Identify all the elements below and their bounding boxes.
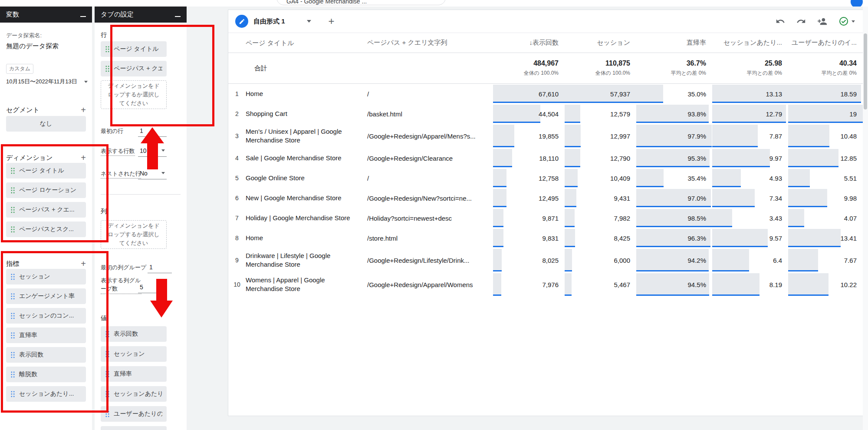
row-bounce-cell: 94.5% (636, 272, 712, 297)
value-bar (493, 249, 502, 271)
table-row[interactable]: 6 New | Google Merchandise Store /Google… (228, 188, 863, 208)
value-bar (565, 189, 576, 207)
header-sessions[interactable]: セッション (565, 39, 636, 47)
metric-chip[interactable]: セッションのコン... (6, 308, 86, 324)
value-metric-chip-partial[interactable] (101, 426, 167, 430)
row-dimension-chip[interactable]: ページパス + クエ... (101, 61, 167, 76)
minimize-icon[interactable] (175, 16, 181, 17)
add-tab-button[interactable]: + (329, 16, 335, 26)
value-bar (565, 125, 581, 147)
columns-dropzone[interactable]: ディメンションをドロップするか選択してください (101, 220, 167, 249)
metric-chip[interactable]: セッション (6, 269, 86, 284)
date-custom-badge: カスタム (6, 64, 33, 74)
date-range-selector[interactable]: 10月15日〜2022年11月13日 (6, 78, 88, 86)
header-page-path[interactable]: ページパス + クエリ文字列 (367, 39, 493, 47)
row-page-title: Holiday | Google Merchandise Store (246, 210, 367, 226)
table-row[interactable]: 5 Google Online Store / 12,758 10,409 35… (228, 168, 863, 188)
row-number: 2 (228, 110, 246, 117)
show-col-groups-select[interactable]: 5 (138, 281, 167, 293)
metric-chip[interactable]: セッションあたり... (6, 386, 86, 402)
row-per-user-cell: 12.85 (788, 148, 863, 168)
drag-handle-icon (10, 167, 15, 175)
share-users-button[interactable] (817, 17, 827, 26)
browser-strip: GA4 - Google Merchandise ... (0, 0, 868, 7)
first-row-field: 最初の行 1 (101, 125, 181, 138)
first-col-group-label: 最初の列グループ (101, 264, 146, 271)
dimension-chip[interactable]: ページパス + クエ... (6, 202, 86, 218)
add-metric-icon[interactable]: + (81, 259, 86, 268)
value-bar (712, 125, 758, 147)
value-metric-chip[interactable]: ユーザーあたりの... (101, 406, 167, 422)
drag-handle-icon (10, 332, 15, 339)
value-bar (565, 169, 578, 187)
redo-button[interactable] (796, 17, 806, 26)
row-page-path: /Google+Redesign/Apparel/Mens?s... (367, 132, 493, 140)
table-row[interactable]: 10 Womens | Apparel | Google Merchandise… (228, 272, 863, 297)
row-page-title: New | Google Merchandise Store (246, 190, 367, 206)
table-row[interactable]: 8 Home /store.html 9,831 8,425 96.3% 9.5… (228, 228, 863, 248)
table-row[interactable]: 4 Sale | Google Merchandise Store /Googl… (228, 148, 863, 168)
dimension-chip[interactable]: ページ ロケーション (6, 182, 86, 198)
row-sessions-cell: 12,997 (565, 124, 636, 148)
vertical-scrollbar[interactable] (863, 7, 868, 430)
first-col-group-input[interactable]: 1 (148, 261, 172, 273)
table-row[interactable]: 1 Home / 67,610 57,937 35.0% 13.13 18.59 (228, 84, 863, 104)
export-status-button[interactable] (838, 16, 855, 26)
first-row-input[interactable]: 1 (138, 125, 167, 137)
chevron-down-icon[interactable] (307, 20, 311, 23)
metric-chip[interactable]: エンゲージメント率 (6, 288, 86, 304)
header-page-title[interactable]: ページ タイトル (246, 39, 367, 47)
show-rows-select[interactable]: 10 (138, 145, 167, 157)
row-sessions-cell: 5,467 (565, 272, 636, 297)
add-segment-icon[interactable]: + (81, 106, 86, 114)
dimension-chip[interactable]: ページパスとスク... (6, 222, 86, 237)
row-number: 6 (228, 195, 246, 202)
value-metric-chip[interactable]: 表示回数 (101, 326, 167, 342)
values-title: 値 (101, 314, 107, 322)
tab-freeform[interactable]: 自由形式 1 (235, 15, 311, 28)
value-bar (788, 149, 838, 167)
table-row[interactable]: 7 Holiday | Google Merchandise Store /Ho… (228, 208, 863, 228)
header-views-sorted[interactable]: ↓表示回数 (493, 39, 565, 47)
header-per-session[interactable]: セッションあたり... (712, 39, 788, 47)
row-number: 7 (228, 215, 246, 222)
drag-handle-icon (10, 371, 15, 378)
value-bar (712, 149, 770, 167)
avatar[interactable] (851, 0, 863, 7)
row-number: 9 (228, 257, 246, 264)
person-add-icon (817, 17, 827, 26)
table-row[interactable]: 9 Drinkware | Lifestyle | Google Merchan… (228, 248, 863, 272)
metric-chip[interactable]: 直帰率 (6, 327, 86, 343)
chevron-down-icon (161, 172, 165, 174)
value-metric-chip[interactable]: セッション (101, 346, 167, 362)
value-bar (565, 105, 580, 123)
metrics-title: 指標 (6, 260, 19, 268)
table-row[interactable]: 2 Shopping Cart /basket.html 44,504 12,5… (228, 104, 863, 124)
metric-chip[interactable]: 表示回数 (6, 347, 86, 363)
undo-button[interactable] (776, 17, 785, 26)
rows-dropzone[interactable]: ディメンションをドロップするか選択してください (101, 80, 167, 109)
value-metric-chip[interactable]: 直帰率 (101, 366, 167, 382)
dimension-chip[interactable]: ページ タイトル (6, 163, 86, 179)
header-bounce-rate[interactable]: 直帰率 (636, 39, 712, 47)
row-dimension-chip[interactable]: ページ タイトル (101, 41, 167, 57)
table-row[interactable]: 3 Men's / Unisex | Apparel | Google Merc… (228, 124, 863, 148)
minimize-icon[interactable] (80, 16, 86, 17)
drag-handle-icon (105, 390, 110, 398)
nested-rows-select[interactable]: No (138, 167, 167, 179)
scrollbar-thumb[interactable] (864, 33, 867, 109)
row-views-cell: 19,855 (493, 124, 565, 148)
row-per-user-cell: 5.51 (788, 168, 863, 188)
show-rows-label: 表示する行数 (101, 147, 135, 156)
row-page-path: /Google+Redesign/New?sortci=ne... (367, 195, 493, 202)
nested-rows-field: ネストされた行 No (101, 167, 181, 180)
header-per-user[interactable]: ユーザーあたりのイ... (788, 39, 863, 47)
value-metric-chip[interactable]: セッションあたり... (101, 386, 167, 402)
row-bounce-cell: 35.4% (636, 168, 712, 188)
segment-none-chip[interactable]: なし (6, 116, 86, 132)
exploration-name-field[interactable]: 無題のデータ探索 (6, 42, 86, 50)
first-col-group-field: 最初の列グループ 1 (101, 261, 181, 274)
metric-chip[interactable]: 離脱数 (6, 367, 86, 382)
add-dimension-icon[interactable]: + (81, 153, 86, 162)
row-sessions-cell: 9,431 (565, 188, 636, 208)
